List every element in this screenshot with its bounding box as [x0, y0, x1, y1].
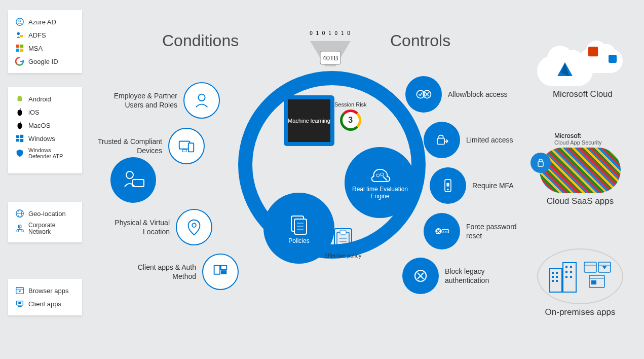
svg-point-49 — [376, 174, 380, 177]
apps-grid-icon — [202, 254, 239, 290]
svg-point-63 — [447, 189, 448, 190]
svg-point-20 — [19, 226, 20, 227]
label: Block legacy authentication — [445, 267, 506, 285]
google-icon — [15, 57, 24, 66]
label: Azure AD — [28, 18, 56, 26]
location-pin-icon — [176, 209, 212, 245]
svg-rect-91 — [570, 276, 572, 278]
label: Effective policy — [324, 253, 361, 259]
svg-point-1 — [19, 20, 21, 22]
dest-onprem-apps: On-premises apps — [532, 248, 628, 317]
msa-icon — [15, 44, 24, 53]
label: Browser apps — [28, 287, 68, 295]
azure-ad-icon — [15, 17, 24, 26]
defender-icon — [15, 149, 24, 158]
label: Real time Evaluation Engine — [345, 186, 415, 200]
svg-rect-5 — [20, 45, 23, 48]
label: Trusted & Compliant Devices — [91, 137, 162, 155]
svg-rect-13 — [20, 135, 23, 138]
svg-rect-12 — [16, 135, 19, 138]
realtime-evaluation-bubble: Real time Evaluation Engine — [345, 147, 415, 218]
control-allow-block: Allow/block access — [405, 76, 509, 113]
limited-access-icon — [424, 122, 460, 158]
svg-rect-84 — [552, 280, 554, 282]
title: Microsoft Cloud — [537, 89, 628, 99]
condition-location: Physical & Virtual Location — [99, 209, 212, 245]
android-icon — [15, 94, 24, 103]
svg-rect-8 — [20, 61, 23, 62]
user-icon — [183, 82, 220, 119]
globe-icon — [15, 209, 24, 218]
client-icon — [15, 299, 24, 308]
svg-rect-86 — [565, 266, 567, 268]
apple-icon — [15, 121, 24, 130]
label: Machine learning — [288, 118, 330, 124]
saas-cloud-icon — [540, 148, 621, 193]
svg-point-33 — [126, 171, 133, 178]
device-item: MacOS — [15, 119, 75, 132]
sub-title: Microsoft — [554, 132, 628, 139]
buildings-icon — [548, 259, 578, 294]
svg-rect-14 — [16, 139, 19, 141]
location-item: Geo-location — [15, 207, 75, 220]
dest-microsoft-cloud: Microsoft Cloud — [537, 46, 628, 99]
apps-panel: Browser apps Client apps — [8, 279, 82, 315]
condition-devices: Trusted & Compliant Devices — [91, 128, 205, 164]
svg-rect-29 — [18, 306, 21, 307]
device-item: Android — [15, 92, 75, 105]
label: Employee & Partner Users and Roles — [106, 91, 177, 110]
label: Force password reset — [466, 222, 527, 240]
identity-item: Google ID — [15, 55, 75, 68]
browser-icon — [15, 286, 24, 295]
label: Client apps — [28, 300, 61, 308]
apple-icon — [15, 107, 24, 117]
mcas-badge-icon — [531, 153, 551, 173]
svg-rect-38 — [188, 143, 194, 152]
controls-heading: Controls — [390, 31, 450, 50]
svg-rect-42 — [221, 266, 226, 270]
title: On-premises apps — [532, 307, 628, 317]
svg-rect-6 — [16, 49, 19, 52]
label: Limited access — [466, 135, 527, 145]
svg-rect-4 — [16, 45, 19, 48]
device-platforms-panel: Android iOS MacOS Windows Windows Defend… — [8, 87, 82, 173]
device-item: Windows — [15, 132, 75, 145]
label: Client apps & Auth Method — [125, 263, 196, 281]
location-item: Corporate Network — [15, 220, 75, 237]
app-item: Client apps — [15, 297, 75, 310]
label: Policies — [288, 237, 309, 244]
svg-rect-83 — [556, 276, 558, 278]
machine-learning-chip: Machine learning — [284, 95, 334, 146]
svg-rect-82 — [552, 276, 554, 278]
svg-point-69 — [443, 231, 444, 232]
adfs-icon — [15, 30, 24, 40]
mfa-phone-icon — [430, 167, 466, 204]
app-item: Browser apps — [15, 284, 75, 297]
devices-icon — [168, 128, 205, 164]
svg-point-50 — [381, 173, 384, 176]
svg-rect-87 — [570, 266, 572, 268]
svg-rect-41 — [214, 266, 220, 274]
control-block-legacy: Block legacy authentication — [402, 258, 506, 294]
sub-text: Cloud App Security — [554, 139, 628, 146]
block-legacy-icon — [402, 258, 439, 294]
onprem-circle — [537, 248, 623, 304]
label: Require MFA — [472, 181, 533, 190]
svg-rect-81 — [556, 272, 558, 274]
identity-item: MSA — [15, 42, 75, 55]
dest-saas-apps: Microsoft Cloud App Security Cloud SaaS … — [532, 132, 628, 206]
control-require-mfa: Require MFA — [430, 167, 533, 204]
label: iOS — [28, 109, 40, 116]
label: Corporate Network — [28, 222, 75, 235]
svg-rect-9 — [18, 97, 22, 101]
label: Geo-location — [28, 210, 66, 218]
identity-item: Azure AD — [15, 15, 75, 28]
device-item: Windows Defender ATP — [15, 145, 75, 161]
device-item: iOS — [15, 105, 75, 119]
label: Windows — [28, 135, 55, 142]
network-icon — [15, 224, 24, 233]
data-funnel: 0 1 0 1 0 1 0 40TB — [300, 30, 361, 73]
svg-point-36 — [198, 94, 205, 101]
svg-rect-24 — [21, 230, 24, 232]
svg-rect-53 — [340, 230, 346, 234]
